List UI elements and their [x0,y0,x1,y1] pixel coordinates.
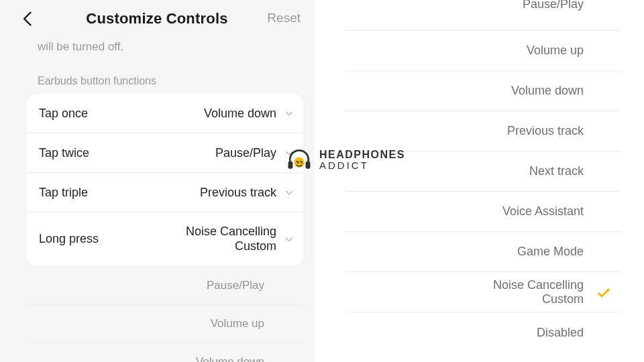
option-next-track[interactable]: Next track [345,152,621,192]
control-label: Tap triple [39,186,88,200]
preview-option[interactable]: Volume up [27,305,303,343]
header: Customize Controls Reset [0,0,314,38]
control-value: Previous track [88,186,282,200]
control-row-long-press[interactable]: Long press Noise CancellingCustom [27,213,303,265]
control-value: Volume down [88,107,282,121]
option-noise-cancelling-custom[interactable]: Noise CancellingCustom [345,272,621,312]
back-button[interactable] [19,9,38,28]
preview-option[interactable]: Pause/Play [27,267,303,305]
chevron-down-icon [282,185,297,200]
option-list: Pause/Play Volume up Volume down Previou… [325,0,641,353]
chevron-down-icon [282,106,297,121]
option-pause-play[interactable]: Pause/Play [345,0,621,31]
control-row-tap-triple[interactable]: Tap triple Previous track [27,173,303,213]
check-icon [596,284,612,300]
control-label: Tap twice [39,146,89,160]
description-snippet: will be turned off. [0,38,314,56]
control-row-tap-twice[interactable]: Tap twice Pause/Play [27,133,303,173]
control-value: Pause/Play [89,146,282,160]
chevron-down-icon [282,232,297,247]
settings-panel: Customize Controls Reset will be turned … [0,0,314,362]
control-label: Long press [39,232,99,246]
option-disabled[interactable]: Disabled [345,312,621,353]
option-volume-down[interactable]: Volume down [345,71,621,111]
control-value: Noise CancellingCustom [99,225,282,253]
controls-card: Tap once Volume down Tap twice Pause/Pla… [27,94,303,265]
control-row-tap-once[interactable]: Tap once Volume down [27,94,303,133]
option-game-mode[interactable]: Game Mode [345,232,621,272]
chevron-down-icon [282,145,297,160]
option-picker-panel: Pause/Play Volume up Volume down Previou… [325,0,641,362]
preview-option[interactable]: Volume down [27,343,303,362]
left-option-preview: Pause/Play Volume up Volume down [0,267,314,362]
control-label: Tap once [39,107,88,121]
option-volume-up[interactable]: Volume up [345,31,621,71]
option-voice-assistant[interactable]: Voice Assistant [345,192,621,232]
reset-button[interactable]: Reset [267,11,301,25]
section-label: Earbuds button functions [0,56,314,94]
option-previous-track[interactable]: Previous track [345,111,621,152]
